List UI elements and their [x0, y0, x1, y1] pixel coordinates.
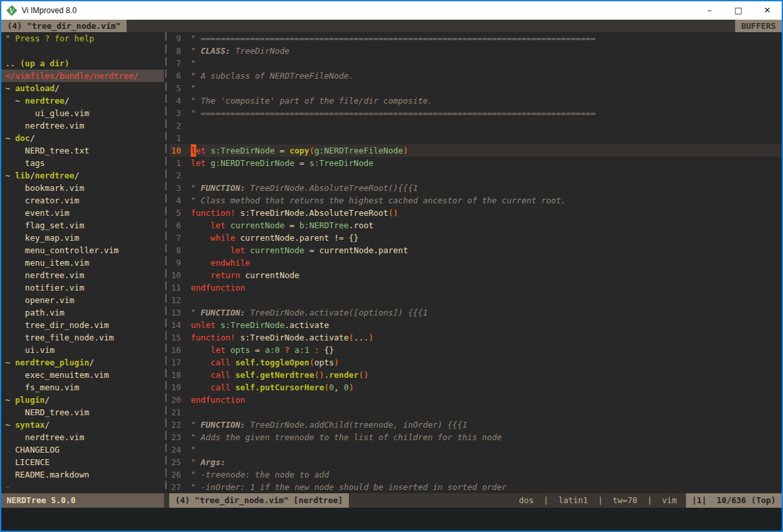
line-number: 6 — [169, 219, 181, 232]
close-button[interactable]: ✕ — [753, 1, 782, 20]
line-number: 10 — [169, 269, 181, 281]
tree-item[interactable]: ~ — [1, 481, 164, 493]
tree-item[interactable]: README.markdown — [1, 468, 164, 481]
code-line[interactable]: 5function! s:TreeDirNode.AbsoluteTreeRoo… — [169, 207, 782, 219]
code-line[interactable]: 14unlet s:TreeDirNode.activate — [169, 319, 782, 331]
line-number: 23 — [169, 431, 181, 443]
code-line[interactable]: 24" — [169, 443, 782, 456]
tree-item[interactable]: ~ doc/ — [1, 132, 164, 144]
tree-item[interactable]: bookmark.vim — [1, 182, 164, 194]
tree-item[interactable]: fs_menu.vim — [1, 381, 164, 394]
code-line[interactable]: 5" — [169, 82, 782, 94]
tree-item[interactable]: ~ autoload/ — [1, 82, 164, 94]
tree-item[interactable]: CHANGELOG — [1, 443, 164, 456]
tree-item[interactable]: event.vim — [1, 207, 164, 219]
tree-item[interactable]: key_map.vim — [1, 232, 164, 244]
code-line[interactable]: 16 let opts = a:0 ? a:1 : {} — [169, 344, 782, 356]
code-line[interactable]: 9 endwhile — [169, 256, 782, 269]
editor-panel[interactable]: 9" =====================================… — [169, 32, 782, 493]
tree-item[interactable]: ~ lib/nerdtree/ — [1, 169, 164, 182]
code-line[interactable]: 21 — [169, 406, 782, 419]
code-line[interactable]: 2 — [169, 119, 782, 132]
tree-item[interactable]: ~ syntax/ — [1, 419, 164, 431]
code-line[interactable]: 20endfunction — [169, 394, 782, 406]
line-number: 3 — [169, 107, 181, 119]
code-line[interactable]: 1let g:NERDTreeDirNode = s:TreeDirNode — [169, 157, 782, 169]
buffers-label: BUFFERS — [735, 20, 782, 32]
line-number: 12 — [169, 294, 181, 306]
code-line[interactable]: 27" -inOrder: 1 if the new node should b… — [169, 481, 782, 493]
code-line[interactable]: 22" FUNCTION: TreeDirNode.addChild(treen… — [169, 419, 782, 431]
tree-item[interactable]: ui_glue.vim — [1, 107, 164, 119]
buffer-tab[interactable]: (4) "tree_dir_node.vim" — [1, 20, 127, 32]
tree-item[interactable]: LICENCE — [1, 456, 164, 468]
code-line[interactable]: 8 let currentNode = currentNode.parent — [169, 244, 782, 256]
tree-item[interactable]: NERD_tree.vim — [1, 406, 164, 419]
tree-item[interactable]: opener.vim — [1, 294, 164, 306]
code-line[interactable]: 11endfunction — [169, 281, 782, 294]
tree-item[interactable]: ui.vim — [1, 344, 164, 356]
maximize-button[interactable]: □ — [724, 1, 753, 20]
tree-item[interactable]: nerdtree.vim — [1, 269, 164, 281]
tree-item[interactable]: notifier.vim — [1, 281, 164, 294]
code-line[interactable]: 23" Adds the given treenode to the list … — [169, 431, 782, 443]
code-line[interactable]: 7" — [169, 57, 782, 70]
code-line[interactable]: 12 — [169, 294, 782, 306]
tree-item[interactable]: menu_controller.vim — [1, 244, 164, 256]
code-line[interactable]: 17 call self.toggleOpen(opts) — [169, 356, 782, 369]
tree-item[interactable]: nerdtree.vim — [1, 431, 164, 443]
line-number: 26 — [169, 468, 181, 481]
vim-window: Vi IMproved 8.0 – □ ✕ (4) "tree_dir_node… — [0, 0, 783, 532]
minimize-button[interactable]: – — [695, 1, 724, 20]
tree-item[interactable]: ~ plugin/ — [1, 394, 164, 406]
file-format-status: dos | latin1 | tw=78 | vim — [519, 493, 677, 508]
tree-item[interactable]: nerdtree.vim — [1, 119, 164, 132]
code-line[interactable]: 6 let currentNode = b:NERDTree.root — [169, 219, 782, 232]
code-line[interactable]: 13" FUNCTION: TreeDirNode.activate([opti… — [169, 306, 782, 319]
tree-item[interactable]: creator.vim — [1, 194, 164, 207]
code-line[interactable]: 26" -treenode: the node to add — [169, 468, 782, 481]
tree-item[interactable]: exec_menuitem.vim — [1, 369, 164, 381]
line-number: 9 — [169, 256, 181, 269]
tree-root[interactable]: </vimfiles/bundle/nerdtree/ — [1, 70, 164, 82]
tree-item[interactable]: menu_item.vim — [1, 256, 164, 269]
line-number: 8 — [169, 244, 181, 256]
line-number: 5 — [169, 207, 181, 219]
line-number: 21 — [169, 406, 181, 419]
tree-item[interactable]: path.vim — [1, 306, 164, 319]
tree-item[interactable]: tree_dir_node.vim — [1, 319, 164, 331]
tree-item[interactable]: tags — [1, 157, 164, 169]
tree-item[interactable] — [1, 45, 164, 57]
tree-item[interactable]: ~ nerdtree/ — [1, 94, 164, 107]
tree-item[interactable]: " Press ? for help — [1, 32, 164, 45]
tree-item[interactable]: NERD_tree.txt — [1, 144, 164, 157]
code-line[interactable]: 19 call self.putCursorHere(0, 0) — [169, 381, 782, 394]
code-line[interactable]: 4" The 'composite' part of the file/dir … — [169, 94, 782, 107]
code-line[interactable]: 8" CLASS: TreeDirNode — [169, 45, 782, 57]
code-line[interactable]: 9" =====================================… — [169, 32, 782, 45]
code-line[interactable]: 1 — [169, 132, 782, 144]
code-line[interactable]: 3" FUNCTION: TreeDirNode.AbsoluteTreeRoo… — [169, 182, 782, 194]
command-line[interactable] — [1, 508, 782, 531]
tree-item[interactable]: ~ nerdtree_plugin/ — [1, 356, 164, 369]
code-line[interactable]: 10 return currentNode — [169, 269, 782, 281]
code-line[interactable]: 10let s:TreeDirNode = copy(g:NERDTreeFil… — [169, 144, 782, 157]
code-line[interactable]: 4" Class method that returns the highest… — [169, 194, 782, 207]
nerdtree-panel[interactable]: " Press ? for help.. (up a dir)</vimfile… — [1, 32, 164, 493]
code-line[interactable]: 7 while currentNode.parent != {} — [169, 232, 782, 244]
line-number: 20 — [169, 394, 181, 406]
line-number: 25 — [169, 456, 181, 468]
tree-item[interactable]: flag_set.vim — [1, 219, 164, 232]
statusline-gap — [164, 493, 169, 508]
line-number: 14 — [169, 319, 181, 331]
tree-item[interactable]: tree_file_node.vim — [1, 331, 164, 344]
code-line[interactable]: 25" Args: — [169, 456, 782, 468]
line-number: 9 — [169, 32, 181, 45]
tree-item[interactable]: .. (up a dir) — [1, 57, 164, 70]
code-line[interactable]: 18 call self.getNerdtree().render() — [169, 369, 782, 381]
code-line[interactable]: 15function! s:TreeDirNode.activate(...) — [169, 331, 782, 344]
code-line[interactable]: 3" =====================================… — [169, 107, 782, 119]
window-separator[interactable] — [164, 32, 169, 493]
code-line[interactable]: 2 — [169, 169, 782, 182]
code-line[interactable]: 6" A subclass of NERDTreeFileNode. — [169, 70, 782, 82]
